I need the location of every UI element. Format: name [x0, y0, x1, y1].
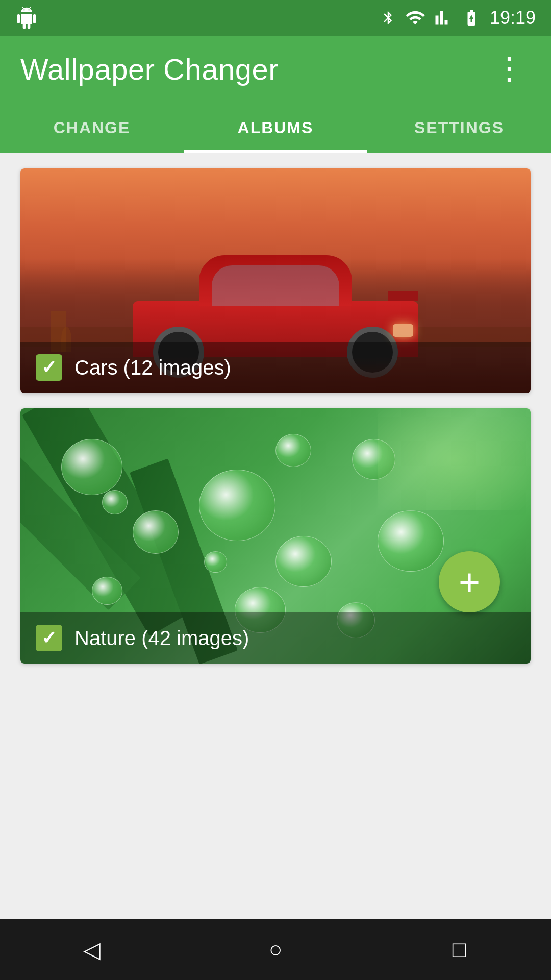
tab-settings-label: SETTINGS [414, 118, 504, 137]
android-icon [15, 7, 38, 29]
album-checkbox-cars[interactable]: ✓ [36, 354, 62, 381]
nav-back-button[interactable]: ◁ [71, 929, 112, 970]
album-name-nature: Nature (42 images) [74, 627, 249, 650]
app-bar: Wallpaper Changer ⋮ [0, 36, 551, 102]
status-bar-left [15, 7, 38, 29]
wifi-icon [405, 8, 425, 28]
album-label-cars: ✓ Cars (12 images) [20, 342, 531, 393]
home-icon: ○ [269, 937, 283, 962]
tab-change-label: CHANGE [54, 118, 131, 137]
battery-icon [462, 8, 481, 28]
checkmark-nature: ✓ [41, 627, 57, 649]
fab-add-album[interactable]: + [439, 551, 500, 612]
bluetooth-icon [381, 8, 396, 28]
nav-home-button[interactable]: ○ [255, 929, 296, 970]
tab-change[interactable]: CHANGE [0, 102, 184, 153]
main-content: ✓ Cars (12 images) [0, 153, 551, 919]
album-card-cars[interactable]: ✓ Cars (12 images) [20, 168, 531, 393]
tab-settings[interactable]: SETTINGS [367, 102, 551, 153]
status-bar-right: 19:19 [381, 7, 536, 29]
album-label-nature: ✓ Nature (42 images) [20, 612, 531, 664]
tab-albums-label: ALBUMS [238, 118, 314, 137]
fab-add-icon: + [459, 564, 480, 600]
album-checkbox-nature[interactable]: ✓ [36, 625, 62, 651]
signal-icon [435, 8, 453, 28]
app-title: Wallpaper Changer [20, 52, 279, 86]
overflow-menu-button[interactable]: ⋮ [489, 48, 531, 89]
recent-icon: □ [453, 937, 466, 962]
bottom-nav: ◁ ○ □ [0, 919, 551, 980]
checkmark-cars: ✓ [41, 357, 57, 378]
back-icon: ◁ [83, 937, 101, 963]
album-card-nature[interactable]: ✓ Nature (42 images) + [20, 408, 531, 664]
nav-recent-button[interactable]: □ [439, 929, 480, 970]
album-name-cars: Cars (12 images) [74, 356, 231, 379]
status-bar: 19:19 [0, 0, 551, 36]
status-time: 19:19 [490, 7, 536, 29]
tab-albums[interactable]: ALBUMS [184, 102, 367, 153]
tab-bar: CHANGE ALBUMS SETTINGS [0, 102, 551, 153]
